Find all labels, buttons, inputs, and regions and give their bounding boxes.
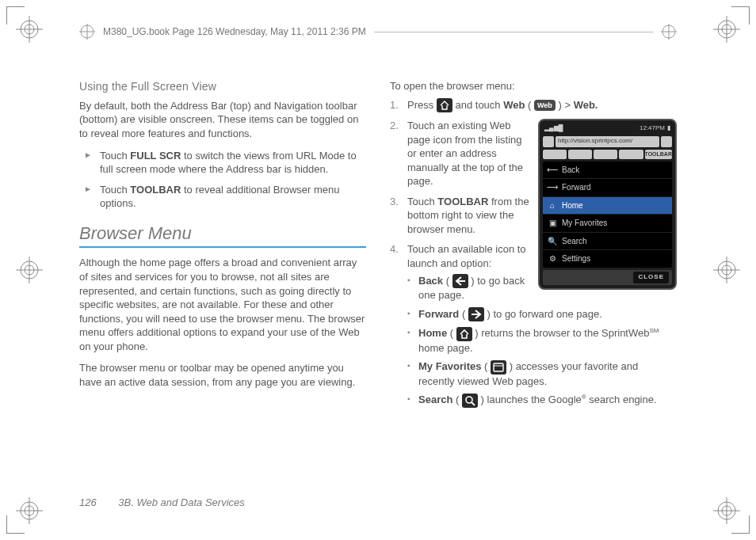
svg-rect-30	[494, 363, 503, 371]
header-rule	[374, 32, 653, 32]
page-footer: 126 3B. Web and Data Services	[79, 496, 245, 510]
target-icon	[79, 24, 95, 40]
device-toolbar-button: TOOLBAR	[645, 150, 672, 159]
option-search: Search ( ) launches the Google® search e…	[407, 393, 677, 408]
paragraph: Although the home page offers a broad an…	[79, 256, 366, 353]
heading-full-screen: Using the Full Screen View	[79, 79, 366, 94]
option-forward: Forward ( ) to go forward one page.	[407, 307, 677, 322]
device-toolbar: TOOLBAR	[543, 150, 672, 159]
step-1: Press and touch Web ( Web ) > Web.	[390, 98, 677, 113]
paragraph: The browser menu or toolbar may be opene…	[79, 361, 366, 389]
page-number: 126	[79, 496, 97, 508]
steps-list: Press and touch Web ( Web ) > Web. ▂▄▆█	[390, 98, 677, 408]
svg-line-33	[472, 402, 475, 405]
lead-text: To open the browser menu:	[390, 79, 677, 93]
section-label: 3B. Web and Data Services	[118, 496, 244, 508]
registration-mark	[16, 497, 43, 524]
list-item: Touch TOOLBAR to reveal additional Brows…	[79, 183, 366, 211]
label-toolbar: TOOLBAR	[437, 196, 488, 207]
step-2: ▂▄▆█ 12:47PM▮ http://vision.sprintpcs.co…	[390, 119, 677, 188]
home-key-icon	[437, 98, 452, 112]
right-column: To open the browser menu: Press and touc…	[390, 79, 677, 485]
nav-prev-icon	[543, 136, 554, 147]
paragraph: By default, both the Address Bar (top) a…	[79, 99, 366, 141]
signal-icon: ▂▄▆█	[544, 124, 563, 133]
battery-icon: ▮	[667, 124, 670, 133]
label-full-scr: FULL SCR	[130, 150, 181, 162]
back-arrow-icon: ⟵	[548, 165, 557, 175]
section-title-browser-menu: Browser Menu	[79, 222, 366, 245]
back-arrow-icon	[452, 274, 468, 288]
device-time: 12:47PM	[640, 124, 665, 133]
step-3: Touch TOOLBAR from the bottom right to v…	[390, 195, 677, 237]
registration-mark	[16, 257, 43, 283]
left-column: Using the Full Screen View By default, b…	[79, 79, 366, 485]
home-icon	[456, 327, 472, 341]
nav-next-icon	[661, 136, 672, 147]
registration-mark	[713, 257, 740, 283]
favorites-icon	[491, 360, 506, 375]
step-2-text: Touch an existing Web page icon from the…	[407, 120, 523, 187]
svg-point-32	[466, 397, 472, 403]
page-header: M380_UG.book Page 126 Wednesday, May 11,…	[79, 24, 677, 40]
page: M380_UG.book Page 126 Wednesday, May 11,…	[0, 0, 756, 540]
section-rule	[79, 246, 366, 248]
web-label: Web	[503, 99, 525, 111]
bullet-list: Touch FULL SCR to switch the views from …	[79, 149, 366, 211]
forward-arrow-icon	[468, 307, 484, 321]
device-menu-back: ⟵Back	[543, 162, 672, 180]
device-url: http://vision.sprintpcs.com/	[556, 136, 659, 147]
registration-mark	[713, 16, 740, 43]
web-label-2: Web.	[574, 99, 598, 111]
device-address-bar: http://vision.sprintpcs.com/	[543, 136, 672, 147]
step-4: Touch an available icon to launch and op…	[390, 242, 677, 408]
registration-mark	[713, 497, 740, 524]
option-back: Back ( ) to go back one page.	[407, 274, 677, 302]
device-status-bar: ▂▄▆█ 12:47PM▮	[543, 124, 672, 134]
label-toolbar: TOOLBAR	[130, 184, 181, 196]
content: Using the Full Screen View By default, b…	[79, 79, 677, 485]
search-icon	[462, 394, 478, 408]
options-list: Back ( ) to go back one page. Forward ( …	[407, 274, 677, 408]
option-home: Home ( ) returns the browser to the Spri…	[407, 326, 677, 355]
target-icon	[661, 24, 677, 40]
forward-arrow-icon: ⟶	[548, 183, 557, 192]
header-text: M380_UG.book Page 126 Wednesday, May 11,…	[103, 25, 366, 38]
registration-mark	[16, 16, 43, 43]
web-chip-icon: Web	[534, 100, 556, 111]
list-item: Touch FULL SCR to switch the views from …	[79, 149, 366, 177]
option-favorites: My Favorites ( ) accesses your favorite …	[407, 359, 677, 388]
